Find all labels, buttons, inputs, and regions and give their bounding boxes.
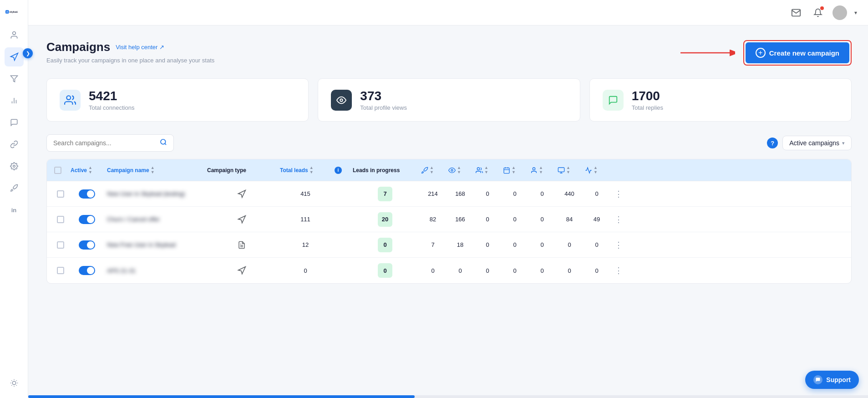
sidebar-item-user[interactable] [5, 26, 24, 45]
sidebar-item-links[interactable] [5, 135, 24, 154]
row4-toggle [69, 262, 105, 279]
row4-col11: 0 [528, 264, 556, 278]
svg-point-8 [12, 381, 16, 385]
row1-checkbox [52, 187, 69, 201]
th-actions [610, 167, 627, 174]
svg-point-23 [451, 169, 453, 171]
svg-rect-25 [504, 168, 509, 173]
help-link[interactable]: Visit help center ↗ [116, 44, 164, 51]
sort-leads-icon[interactable]: ▲▼ [310, 166, 314, 174]
row4-checkbox [52, 263, 69, 278]
row3-more-button[interactable]: ⋮ [612, 239, 625, 251]
sort-col8-icon[interactable]: ▲▼ [457, 166, 461, 174]
stat-card-connections: 5421 Total connections [46, 78, 309, 122]
info-icon[interactable]: i [335, 167, 342, 174]
row3-checkbox-input[interactable] [57, 241, 64, 249]
help-circle-icon[interactable]: ? [767, 138, 778, 148]
topbar-caret-icon[interactable]: ▾ [854, 10, 857, 16]
progress-bar [28, 395, 868, 398]
row1-leads-badge: 7 [378, 187, 392, 201]
search-input[interactable] [53, 139, 156, 147]
svg-point-29 [533, 168, 535, 170]
replies-label: Total replies [632, 104, 663, 111]
row2-leads-badge: 20 [378, 212, 392, 227]
row2-more-button[interactable]: ⋮ [612, 213, 625, 226]
table-header: Active ▲▼ Campaign name ▲▼ Campaign type… [47, 159, 851, 181]
row3-total-leads: 12 [278, 238, 333, 252]
sort-col11-icon[interactable]: ▲▼ [539, 166, 543, 174]
row2-checkbox-input[interactable] [57, 216, 64, 223]
row1-leads-in-progress: 7 [351, 183, 419, 205]
sort-col13-icon[interactable]: ▲▼ [594, 166, 598, 174]
sort-col9-icon[interactable]: ▲▼ [484, 166, 488, 174]
stat-info-connections: 5421 Total connections [89, 89, 134, 111]
row1-active-toggle[interactable] [79, 189, 95, 199]
svg-line-11 [11, 380, 12, 381]
svg-marker-3 [10, 76, 17, 82]
app-logo[interactable]: skylead. [0, 5, 28, 18]
select-all-checkbox[interactable] [54, 167, 61, 174]
table-row: Churn / Cancel offer 111 20 82 166 0 0 0… [47, 207, 851, 232]
row1-col7: 214 [419, 187, 447, 201]
support-button[interactable]: Support [805, 371, 859, 389]
sort-col12-icon[interactable]: ▲▼ [566, 166, 570, 174]
replies-icon [603, 90, 624, 111]
sidebar-expand-btn[interactable]: ❯ [23, 48, 33, 58]
row1-more: ⋮ [610, 184, 627, 204]
sidebar-item-filter[interactable] [5, 69, 24, 88]
row2-col8: 166 [447, 212, 474, 226]
svg-line-12 [16, 385, 16, 386]
row4-more-button[interactable]: ⋮ [612, 264, 625, 277]
row4-active-toggle[interactable] [79, 266, 95, 275]
row1-col8: 168 [447, 187, 474, 201]
mail-icon[interactable] [789, 5, 803, 20]
row3-checkbox [52, 238, 69, 252]
search-box[interactable] [46, 134, 174, 152]
sidebar-item-messages[interactable] [5, 113, 24, 132]
row4-col10: 0 [501, 264, 528, 278]
active-campaigns-dropdown[interactable]: Active campaigns ▾ [782, 136, 852, 150]
sort-name-icon[interactable]: ▲▼ [151, 166, 155, 174]
row1-more-button[interactable]: ⋮ [612, 188, 625, 200]
svg-point-7 [13, 165, 15, 168]
sort-col10-icon[interactable]: ▲▼ [512, 166, 516, 174]
row1-checkbox-input[interactable] [57, 190, 64, 198]
row3-campaign-type [205, 237, 278, 253]
row3-toggle [69, 237, 105, 253]
row2-col13: 49 [583, 212, 610, 226]
support-label: Support [826, 376, 851, 383]
row4-col8: 0 [447, 264, 474, 278]
sort-col7-icon[interactable]: ▲▼ [430, 166, 434, 174]
dropdown-caret-icon: ▾ [842, 140, 845, 146]
sidebar-item-linkedin[interactable]: in [5, 200, 24, 219]
svg-point-19 [66, 96, 71, 100]
notification-badge [820, 6, 824, 10]
row2-active-toggle[interactable] [79, 215, 95, 224]
bell-icon[interactable] [811, 5, 825, 20]
row1-toggle [69, 186, 105, 202]
svg-point-20 [340, 99, 343, 102]
sort-active-icon[interactable]: ▲▼ [88, 166, 92, 174]
stats-row: 5421 Total connections 373 Total profile… [46, 78, 852, 122]
sidebar-item-launch[interactable] [5, 179, 24, 198]
sidebar-item-campaigns[interactable] [5, 47, 24, 66]
row3-col9: 0 [474, 238, 501, 252]
topbar: ▾ [28, 0, 868, 26]
th-col12: ▲▼ [556, 162, 583, 178]
svg-line-16 [16, 380, 16, 381]
th-campaign-type: Campaign type [205, 163, 278, 177]
row4-col12: 0 [556, 264, 583, 278]
sidebar-item-theme[interactable] [5, 373, 24, 393]
row3-active-toggle[interactable] [79, 240, 95, 250]
sidebar-item-analytics[interactable] [5, 91, 24, 110]
create-campaign-button[interactable]: + Create new campaign [746, 42, 849, 63]
row4-checkbox-input[interactable] [57, 267, 64, 274]
row4-campaign-type [205, 262, 278, 279]
row4-col13: 0 [583, 264, 610, 278]
avatar[interactable] [832, 5, 847, 20]
row3-col7: 7 [419, 238, 447, 252]
row3-campaign-name: New Free User in Skylead [105, 238, 205, 252]
row1-col12: 440 [556, 187, 583, 201]
sidebar-item-settings[interactable] [5, 157, 24, 176]
row1-col13: 0 [583, 187, 610, 201]
